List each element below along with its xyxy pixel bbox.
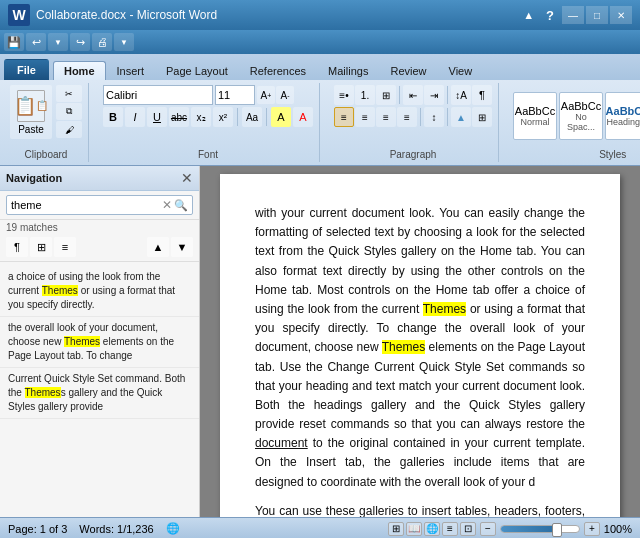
window-title: Collaborate.docx - Microsoft Word — [36, 8, 217, 22]
tab-view[interactable]: View — [438, 61, 484, 80]
tab-file[interactable]: File — [4, 59, 49, 80]
bullets-button[interactable]: ≡• — [334, 85, 354, 105]
title-bar: W Collaborate.docx - Microsoft Word ▲ ? … — [0, 0, 640, 30]
tab-references[interactable]: References — [239, 61, 317, 80]
language-btn[interactable]: 🌐 — [166, 522, 180, 535]
nav-result-item-1[interactable]: a choice of using the look from the curr… — [0, 266, 199, 317]
document-page[interactable]: with your current document look. You can… — [220, 174, 620, 517]
zoom-bar[interactable] — [500, 525, 580, 533]
navigation-search-clear[interactable]: ✕ — [162, 198, 172, 212]
sort-button[interactable]: ↕A — [451, 85, 471, 105]
justify-button[interactable]: ≡ — [397, 107, 417, 127]
para-sep-1 — [399, 86, 400, 104]
undo-dropdown-btn[interactable]: ▼ — [48, 33, 68, 51]
web-layout-btn[interactable]: 🌐 — [424, 522, 440, 536]
font-separator-2 — [266, 108, 267, 126]
style-heading1[interactable]: AaBbCc Heading 1 — [605, 92, 640, 140]
font-group-content: A+ A- B I U abc x₂ x² Aa A — [103, 85, 313, 147]
para-sep-2 — [447, 86, 448, 104]
nav-view-heading-btn[interactable]: ¶ — [6, 237, 28, 257]
nav-view-page-btn[interactable]: ⊞ — [30, 237, 52, 257]
style-no-spacing[interactable]: AaBbCc No Spac... — [559, 92, 603, 140]
navigation-results-list: a choice of using the look from the curr… — [0, 262, 199, 517]
document-paragraph-2: You can use these galleries to insert ta… — [255, 502, 585, 517]
navigation-pane: Navigation ✕ ✕ 🔍 19 matches ¶ ⊞ ≡ ▲ ▼ — [0, 166, 200, 517]
font-name-select[interactable] — [103, 85, 213, 105]
font-size-select[interactable] — [215, 85, 255, 105]
navigation-view-icons: ¶ ⊞ ≡ ▲ ▼ — [0, 235, 199, 262]
tab-mailings[interactable]: Mailings — [317, 61, 379, 80]
multilevel-list-button[interactable]: ⊞ — [376, 85, 396, 105]
italic-button[interactable]: I — [125, 107, 145, 127]
font-label: Font — [198, 149, 218, 160]
nav-next-btn[interactable]: ▼ — [171, 237, 193, 257]
superscript-button[interactable]: x² — [213, 107, 233, 127]
bold-button[interactable]: B — [103, 107, 123, 127]
print-layout-btn[interactable]: ⊞ — [388, 522, 404, 536]
navigation-pane-close[interactable]: ✕ — [181, 170, 193, 186]
maximize-btn[interactable]: □ — [586, 6, 608, 24]
outline-btn[interactable]: ≡ — [442, 522, 458, 536]
font-grow-btn[interactable]: A+ — [257, 86, 275, 104]
format-painter-button[interactable]: 🖌 — [56, 121, 82, 138]
ribbon-expand-btn[interactable]: ▲ — [519, 9, 538, 21]
border-button[interactable]: ⊞ — [472, 107, 492, 127]
zoom-in-btn[interactable]: + — [584, 522, 600, 536]
tab-home[interactable]: Home — [53, 61, 106, 80]
view-mode-buttons: ⊞ 📖 🌐 ≡ ⊡ — [388, 522, 476, 536]
line-spacing-button[interactable]: ↕ — [424, 107, 444, 127]
font-color-button[interactable]: A — [293, 107, 313, 127]
style-normal[interactable]: AaBbCc Normal — [513, 92, 557, 140]
numbering-button[interactable]: 1. — [355, 85, 375, 105]
undo-qa-btn[interactable]: ↩ — [26, 33, 46, 51]
para-sep-3 — [420, 108, 421, 126]
help-btn[interactable]: ? — [542, 8, 558, 23]
tab-page-layout[interactable]: Page Layout — [155, 61, 239, 80]
tab-insert[interactable]: Insert — [106, 61, 156, 80]
font-shrink-btn[interactable]: A- — [276, 86, 294, 104]
paste-button[interactable]: 📋 Paste — [10, 85, 52, 139]
zoom-level[interactable]: 100% — [604, 523, 632, 535]
text-highlight-button[interactable]: A — [271, 107, 291, 127]
redo-qa-btn[interactable]: ↪ — [70, 33, 90, 51]
print-qa-btn[interactable]: 🖨 — [92, 33, 112, 51]
document-area[interactable]: with your current document look. You can… — [200, 166, 640, 517]
status-bar-left: Page: 1 of 3 Words: 1/1,236 🌐 — [8, 522, 180, 535]
increase-indent-button[interactable]: ⇥ — [424, 85, 444, 105]
font-grow-shrink: A+ A- — [257, 86, 294, 104]
doc-highlight-1: Themes — [423, 302, 466, 316]
show-formatting-button[interactable]: ¶ — [472, 85, 492, 105]
nav-highlight-3: Themes — [25, 387, 61, 398]
draft-btn[interactable]: ⊡ — [460, 522, 476, 536]
ribbon-content: 📋 Paste ✂ ⧉ 🖌 Clipboard — [0, 80, 640, 165]
align-right-button[interactable]: ≡ — [376, 107, 396, 127]
save-qa-btn[interactable]: 💾 — [4, 33, 24, 51]
customize-qa-btn[interactable]: ▼ — [114, 33, 134, 51]
styles-group-content: AaBbCc Normal AaBbCc No Spac... AaBbCc H… — [513, 85, 640, 147]
full-reading-btn[interactable]: 📖 — [406, 522, 422, 536]
close-btn[interactable]: ✕ — [610, 6, 632, 24]
nav-view-result-btn[interactable]: ≡ — [54, 237, 76, 257]
align-center-button[interactable]: ≡ — [355, 107, 375, 127]
decrease-indent-button[interactable]: ⇤ — [403, 85, 423, 105]
copy-button[interactable]: ⧉ — [56, 103, 82, 120]
underline-button[interactable]: U — [147, 107, 167, 127]
clipboard-small-buttons: ✂ ⧉ 🖌 — [56, 85, 82, 138]
minimize-btn[interactable]: — — [562, 6, 584, 24]
nav-prev-btn[interactable]: ▲ — [147, 237, 169, 257]
zoom-out-btn[interactable]: − — [480, 522, 496, 536]
font-controls: A+ A- B I U abc x₂ x² Aa A — [103, 85, 313, 127]
align-left-button[interactable]: ≡ — [334, 107, 354, 127]
navigation-search-area: ✕ 🔍 — [0, 191, 199, 220]
nav-result-item-3[interactable]: Current Quick Style Set command. Both th… — [0, 368, 199, 419]
tab-review[interactable]: Review — [379, 61, 437, 80]
strikethrough-button[interactable]: abc — [169, 107, 189, 127]
cut-button[interactable]: ✂ — [56, 85, 82, 102]
change-case-button[interactable]: Aa — [242, 107, 262, 127]
subscript-button[interactable]: x₂ — [191, 107, 211, 127]
navigation-search-icon[interactable]: 🔍 — [174, 199, 188, 212]
navigation-search-input[interactable] — [11, 199, 160, 211]
nav-result-item-2[interactable]: the overall look of your document, choos… — [0, 317, 199, 368]
zoom-handle[interactable] — [552, 523, 562, 537]
shading-button[interactable]: ▲ — [451, 107, 471, 127]
